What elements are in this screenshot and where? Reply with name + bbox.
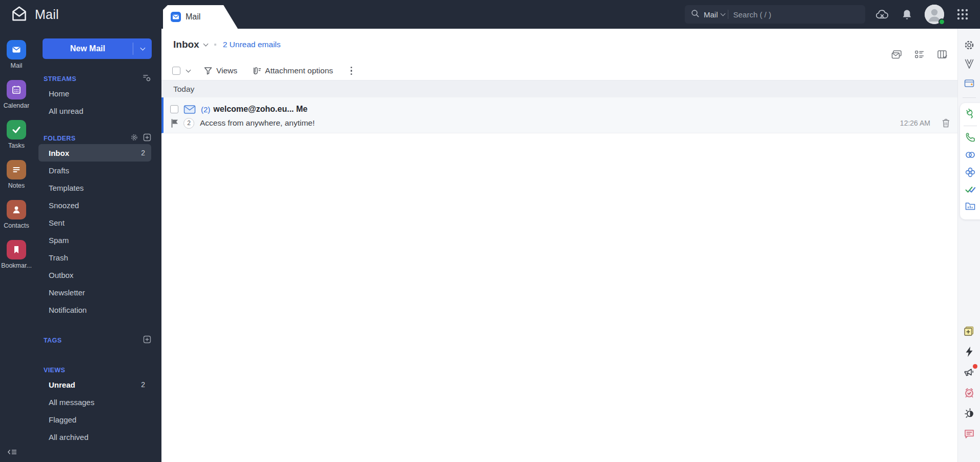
unread-envelope-icon (183, 105, 196, 114)
search-input[interactable] (733, 10, 836, 19)
folders-header: FOLDERS (33, 133, 161, 144)
sticky-note-icon[interactable] (963, 325, 975, 337)
sidebar-item-all-unread[interactable]: All unread (38, 102, 151, 119)
sidebar-item-inbox[interactable]: Inbox 2 (38, 144, 151, 162)
folders-title: FOLDERS (44, 135, 76, 142)
group-header-today: Today (161, 81, 957, 97)
tasks-check-icon (7, 120, 26, 139)
app-logo: Mail (0, 5, 59, 25)
bookmark-icon (7, 240, 26, 259)
double-check-icon[interactable] (964, 184, 976, 195)
sidebar-item-flagged[interactable]: Flagged (38, 411, 151, 428)
rail-item-mail[interactable]: Mail (0, 40, 33, 69)
apps-grid-icon[interactable] (956, 8, 969, 21)
rail-item-calendar[interactable]: Calendar (0, 80, 33, 109)
email-row[interactable]: (2) welcome@zoho.eu... Me 2 Access from … (161, 97, 957, 133)
night-mode-icon[interactable] (963, 407, 975, 419)
search-bar[interactable]: Mail (685, 5, 865, 24)
tab-mail[interactable]: Mail (163, 5, 243, 29)
item-label: All messages (49, 398, 94, 407)
select-dropdown-icon[interactable] (186, 68, 191, 73)
settings-gear-icon[interactable] (963, 39, 975, 51)
sidebar-item-trash[interactable]: Trash (38, 249, 151, 266)
avatar[interactable] (925, 5, 944, 24)
plug-icon[interactable] (964, 107, 976, 119)
sidebar-item-spam[interactable]: Spam (38, 231, 151, 249)
rings-icon[interactable] (964, 149, 976, 161)
email-checkbox[interactable] (170, 105, 178, 113)
sidebar-item-snoozed[interactable]: Snoozed (38, 196, 151, 214)
cloud-offline-icon[interactable] (875, 9, 889, 20)
column-view-icon[interactable] (936, 49, 948, 62)
rail-item-tasks[interactable]: Tasks (0, 120, 33, 149)
lightning-icon[interactable] (964, 346, 975, 358)
sidebar-item-all-archived[interactable]: All archived (38, 428, 151, 446)
clover-icon[interactable] (964, 166, 976, 178)
streams-header: STREAMS (33, 73, 161, 85)
sidebar-item-drafts[interactable]: Drafts (38, 162, 151, 179)
thread-count-prefix: (2) (201, 105, 210, 114)
alarm-clock-icon[interactable] (963, 387, 975, 399)
mail-tab-icon (171, 12, 181, 22)
add-folder-icon[interactable] (143, 133, 151, 144)
sidebar-item-unread[interactable]: Unread 2 (38, 376, 151, 393)
item-label: Flagged (49, 415, 76, 424)
unread-emails-link[interactable]: 2 Unread emails (223, 40, 281, 49)
attachment-options-label: Attachment options (265, 66, 333, 75)
unread-count: 2 (141, 149, 145, 157)
folder-dropdown-icon[interactable] (203, 42, 208, 47)
divider (963, 97, 976, 98)
chevron-down-icon (140, 45, 145, 50)
reading-pane-icon[interactable] (891, 49, 903, 62)
phone-icon[interactable] (964, 131, 976, 144)
item-label: Inbox (49, 149, 69, 157)
megaphone-icon[interactable] (963, 366, 975, 378)
flag-icon[interactable] (171, 118, 179, 128)
app-rail: Mail Calendar Tasks Notes Contacts (0, 29, 33, 462)
alert-dot (973, 364, 977, 369)
folder-settings-gear-icon[interactable] (130, 133, 138, 144)
separator-dot (214, 44, 216, 46)
topbar: Mail Mail Mail (0, 0, 980, 29)
more-dots-icon[interactable] (348, 66, 356, 76)
select-all-checkbox[interactable] (172, 67, 180, 75)
stream-settings-icon[interactable] (142, 74, 151, 84)
feedback-chat-icon[interactable] (963, 428, 975, 439)
bell-icon[interactable] (902, 9, 912, 21)
search-scope-select[interactable]: Mail (704, 10, 718, 19)
item-label: Outbox (49, 271, 73, 279)
sidebar-item-home[interactable]: Home (38, 85, 151, 102)
group-header-label: Today (173, 85, 194, 94)
rail-item-notes[interactable]: Notes (0, 160, 33, 189)
sidebar-item-sent[interactable]: Sent (38, 214, 151, 231)
app-title: Mail (35, 7, 59, 22)
rail-item-bookmarks[interactable]: Bookmar... (0, 240, 33, 269)
add-tag-icon[interactable] (143, 335, 151, 346)
sidebar-item-notification[interactable]: Notification (38, 301, 151, 318)
list-view-icon[interactable] (914, 49, 925, 62)
vault-clip-icon[interactable] (963, 58, 975, 70)
collapse-sidebar-icon[interactable] (7, 448, 17, 458)
chevron-down-icon[interactable] (720, 11, 725, 16)
sidebar-item-newsletter[interactable]: Newsletter (38, 284, 151, 301)
rail-item-contacts[interactable]: Contacts (0, 200, 33, 229)
rail-label: Contacts (4, 222, 29, 229)
item-label: Trash (49, 253, 68, 262)
new-mail-button[interactable]: New Mail (43, 38, 152, 59)
sidebar-item-templates[interactable]: Templates (38, 179, 151, 196)
email-time: 12:26 AM (900, 119, 930, 127)
trash-icon[interactable] (941, 118, 951, 128)
attachment-options-button[interactable]: Attachment options (251, 66, 333, 76)
tags-title: TAGS (44, 337, 62, 344)
sidebar-item-all-messages[interactable]: All messages (38, 393, 151, 411)
views-filter-button[interactable]: Views (203, 66, 237, 75)
sidebar-item-outbox[interactable]: Outbox (38, 266, 151, 284)
sidebar: New Mail STREAMS Home All unread FOLDERS (33, 29, 161, 462)
rail-label: Tasks (8, 142, 25, 149)
new-mail-dropdown[interactable] (133, 38, 152, 59)
item-label: Home (49, 89, 69, 98)
new-mail-label: New Mail (43, 38, 133, 59)
wallet-icon[interactable] (963, 77, 975, 89)
email-sender: welcome@zoho.eu... Me (213, 105, 308, 114)
folder-chart-icon[interactable] (964, 200, 976, 212)
